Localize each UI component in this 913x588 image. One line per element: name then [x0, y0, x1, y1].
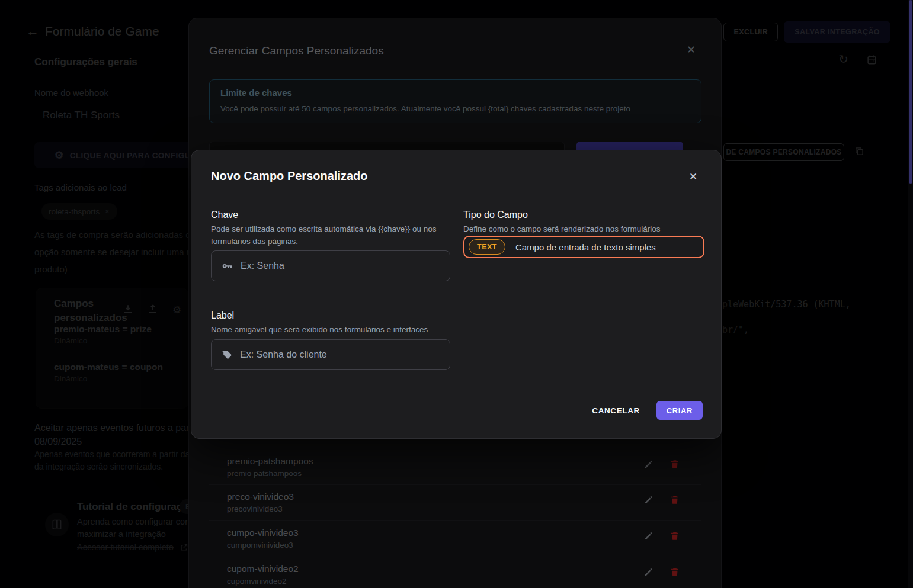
label-field-label: Label: [211, 310, 234, 321]
key-field-description: Pode ser utilizada como escrita automáti…: [211, 223, 437, 248]
field-type-description: Define como o campo será renderizado nos…: [463, 223, 712, 235]
key-field-label: Chave: [211, 210, 238, 220]
type-badge: TEXT: [469, 239, 505, 255]
new-field-modal-title: Novo Campo Personalizado: [211, 169, 368, 183]
field-type-select[interactable]: TEXT Campo de entrada de texto simples: [463, 236, 704, 258]
cancel-button[interactable]: CANCELAR: [586, 401, 646, 420]
type-value: Campo de entrada de texto simples: [515, 242, 656, 252]
tag-icon: [221, 349, 233, 361]
scrollbar-thumb[interactable]: [909, 0, 912, 184]
new-field-modal: Novo Campo Personalizado ✕ Chave Pode se…: [191, 150, 722, 439]
label-input-wrapper: [211, 339, 450, 370]
scrollbar[interactable]: [908, 0, 913, 588]
label-field-description: Nome amigável que será exibido nos formu…: [211, 323, 450, 336]
key-input-wrapper: [211, 250, 450, 281]
key-icon: [221, 260, 233, 272]
field-type-label: Tipo do Campo: [463, 210, 528, 220]
app-root: ← Formulário de Game Configurações gerai…: [0, 0, 913, 588]
create-button[interactable]: CRIAR: [656, 401, 703, 420]
label-input[interactable]: [240, 349, 440, 360]
key-input[interactable]: [241, 261, 440, 271]
close-icon[interactable]: ✕: [689, 171, 697, 183]
